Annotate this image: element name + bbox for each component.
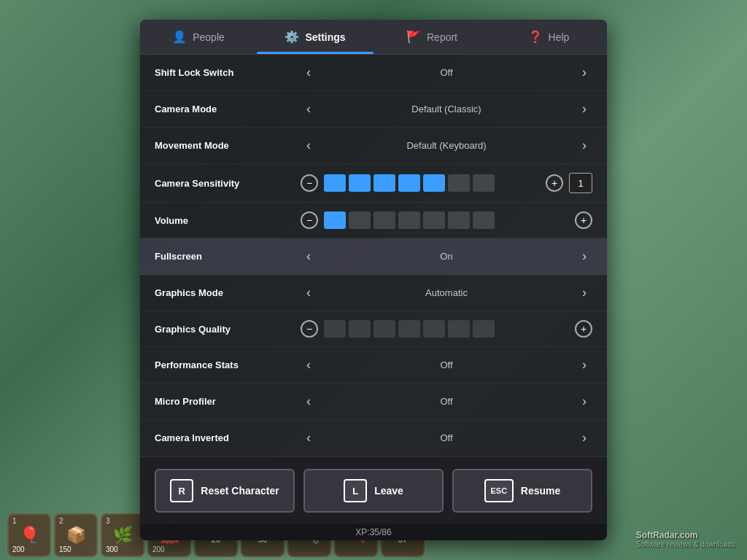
tab-settings-label: Settings [305,31,345,43]
people-icon: 👤 [172,30,187,44]
performance-stats-next[interactable]: › [576,356,592,374]
setting-movement-mode: Movement Mode ‹ Default (Keyboard) › [140,128,607,164]
camera-inverted-prev[interactable]: ‹ [301,429,317,447]
camera-sensitivity-bars [324,174,540,192]
graphics-quality-bars [324,320,569,338]
tab-help[interactable]: ❓ Help [490,20,607,54]
game-slot-3[interactable]: 3 🌿 300 [101,513,144,557]
graphics-mode-next[interactable]: › [576,284,592,302]
gfx-bar-6 [448,320,470,338]
movement-mode-label: Movement Mode [155,140,301,151]
graphics-mode-label: Graphics Mode [155,287,301,298]
watermark-sub: Software reviews & downloads [636,540,735,548]
tab-report-label: Report [427,31,457,43]
graphics-quality-control: − + [301,320,592,338]
camera-sensitivity-number: 1 [569,173,592,193]
shift-lock-control: ‹ Off › [301,63,592,82]
graphics-mode-prev[interactable]: ‹ [301,284,317,302]
performance-stats-control: ‹ Off › [301,356,592,374]
resume-button[interactable]: ESC Resume [452,469,592,513]
camera-inverted-next[interactable]: › [576,429,592,447]
setting-micro-profiler: Micro Profiler ‹ Off › [140,384,607,420]
volume-bars [324,211,569,229]
camera-sensitivity-label: Camera Sensitivity [155,178,301,189]
fullscreen-next[interactable]: › [576,247,592,265]
vol-bar-1 [324,211,346,229]
sens-bar-6 [448,174,470,192]
graphics-quality-increase[interactable]: + [575,320,592,338]
watermark: SoftRadar.com Software reviews & downloa… [636,530,735,548]
camera-sensitivity-control: − + 1 [301,173,592,193]
gfx-bar-2 [349,320,371,338]
shift-lock-value: Off [322,67,570,78]
sens-bar-3 [374,174,395,192]
watermark-main: SoftRadar.com [636,530,735,540]
leave-button[interactable]: L Leave [303,469,444,513]
camera-mode-next[interactable]: › [576,100,592,118]
vol-bar-6 [448,211,470,229]
fullscreen-value: On [322,251,570,262]
micro-profiler-prev[interactable]: ‹ [301,392,317,411]
resume-key-badge: ESC [484,479,514,502]
fullscreen-prev[interactable]: ‹ [301,247,317,265]
sens-bar-7 [473,174,495,192]
tab-settings[interactable]: ⚙️ Settings [257,20,374,54]
graphics-quality-label: Graphics Quality [155,324,301,335]
settings-icon: ⚙️ [285,30,299,44]
movement-mode-prev[interactable]: ‹ [301,136,317,155]
setting-camera-inverted: Camera Inverted ‹ Off › [140,420,607,456]
sens-bar-1 [324,174,346,192]
game-slot-2[interactable]: 2 📦 150 [54,513,98,557]
leave-label: Leave [374,485,403,497]
shift-lock-next[interactable]: › [576,63,592,82]
vol-bar-2 [349,211,371,229]
setting-camera-mode: Camera Mode ‹ Default (Classic) › [140,91,607,128]
tab-people[interactable]: 👤 People [140,20,257,54]
tab-bar: 👤 People ⚙️ Settings 🚩 Report ❓ Help [140,20,607,55]
camera-mode-value: Default (Classic) [322,104,570,114]
vol-bar-4 [398,211,420,229]
sens-bar-2 [349,174,371,192]
fullscreen-control: ‹ On › [301,247,592,265]
camera-sensitivity-increase[interactable]: + [546,174,563,192]
performance-stats-value: Off [322,359,570,370]
micro-profiler-value: Off [322,396,570,407]
settings-body: Shift Lock Switch ‹ Off › Camera Mode ‹ … [140,55,607,456]
setting-volume: Volume − + [140,203,607,238]
micro-profiler-next[interactable]: › [576,392,592,411]
volume-increase[interactable]: + [575,211,592,229]
reset-character-button[interactable]: R Reset Character [155,469,295,513]
camera-mode-label: Camera Mode [155,104,301,114]
graphics-quality-decrease[interactable]: − [301,320,318,338]
help-icon: ❓ [528,30,543,44]
settings-modal: 👤 People ⚙️ Settings 🚩 Report ❓ Help Shi… [140,20,607,540]
performance-stats-label: Performance Stats [155,359,301,370]
setting-fullscreen: Fullscreen ‹ On › [140,238,607,275]
movement-mode-next[interactable]: › [576,136,592,155]
gfx-bar-3 [374,320,395,338]
camera-inverted-value: Off [322,432,570,443]
setting-graphics-quality: Graphics Quality − + [140,311,607,347]
micro-profiler-control: ‹ Off › [301,392,592,411]
reset-key-badge: R [170,479,193,502]
vol-bar-5 [423,211,445,229]
volume-label: Volume [155,215,301,226]
volume-decrease[interactable]: − [301,211,318,229]
footer-buttons: R Reset Character L Leave ESC Resume [140,456,607,524]
fullscreen-label: Fullscreen [155,251,301,262]
camera-mode-prev[interactable]: ‹ [301,100,317,118]
tab-help-label: Help [549,31,570,43]
camera-sensitivity-decrease[interactable]: − [301,174,318,192]
performance-stats-prev[interactable]: ‹ [301,356,317,374]
shift-lock-label: Shift Lock Switch [155,67,301,78]
shift-lock-prev[interactable]: ‹ [301,63,317,82]
game-slot-1[interactable]: 1 🎈 200 [7,513,51,557]
vol-bar-7 [473,211,495,229]
gfx-bar-1 [324,320,346,338]
resume-label: Resume [521,485,560,497]
camera-inverted-label: Camera Inverted [155,432,301,443]
sens-bar-4 [398,174,420,192]
tab-report[interactable]: 🚩 Report [374,20,490,54]
setting-performance-stats: Performance Stats ‹ Off › [140,347,607,384]
tab-people-label: People [193,31,225,43]
